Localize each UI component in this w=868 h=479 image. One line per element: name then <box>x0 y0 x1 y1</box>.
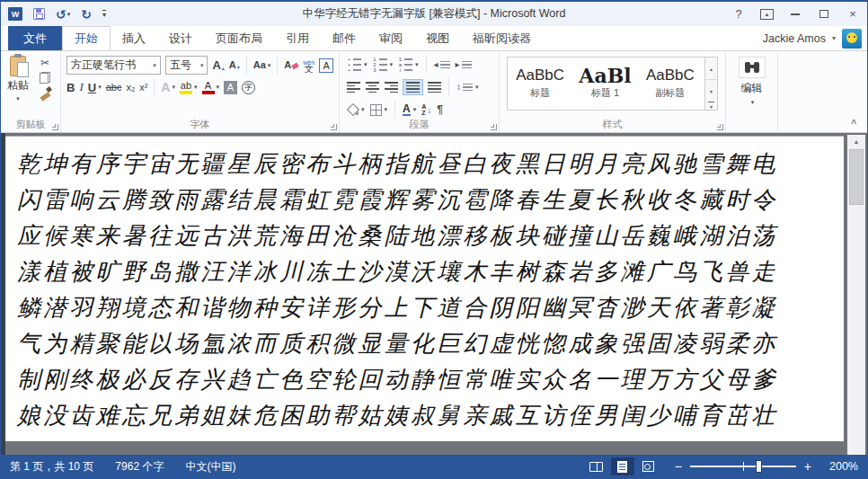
scrollbar-thumb[interactable] <box>849 149 864 205</box>
align-right-button[interactable] <box>385 82 398 93</box>
customize-qat-button[interactable]: ▾ <box>102 10 106 18</box>
strikethrough-button[interactable]: abc <box>106 82 122 93</box>
redo-button[interactable]: ↻ <box>81 8 92 21</box>
tab-page-layout[interactable]: 页面布局 <box>204 26 274 50</box>
subscript-button[interactable]: x₂ <box>126 82 135 93</box>
underline-icon: U <box>88 81 96 94</box>
ribbon-display-options-button[interactable]: ▴ <box>760 9 774 20</box>
word-count-status[interactable]: 7962 个字 <box>115 459 164 475</box>
copy-button[interactable] <box>40 72 50 84</box>
language-status[interactable]: 中文(中国) <box>185 459 235 475</box>
change-case-icon: Aa <box>253 60 266 70</box>
tab-insert[interactable]: 插入 <box>111 26 157 50</box>
read-mode-button[interactable] <box>585 457 608 475</box>
bullets-button[interactable]: • • • ▾ <box>347 58 368 72</box>
sort-button[interactable]: AZ↓ <box>421 103 431 116</box>
italic-button[interactable]: I <box>79 80 83 94</box>
font-size-combobox[interactable]: 五号▾ <box>165 56 208 75</box>
align-center-button[interactable] <box>366 82 379 93</box>
clipboard-group: 粘贴 ▾ ✂ 剪贴板 <box>1 51 60 132</box>
line-spacing-button[interactable]: ↕▾ <box>456 83 479 92</box>
font-dialog-launcher[interactable] <box>331 124 337 130</box>
web-layout-button[interactable] <box>637 457 660 475</box>
font-name-combobox[interactable]: 方正硬笔行书▾ <box>66 56 161 75</box>
justify-button[interactable] <box>403 79 423 95</box>
borders-grid-icon <box>370 104 382 116</box>
underline-button[interactable]: U▾ <box>88 81 102 94</box>
zoom-level[interactable]: 200% <box>826 460 858 473</box>
style-preview: AaBbC <box>646 67 695 84</box>
character-shading-button[interactable]: A <box>224 81 237 94</box>
style-heading1[interactable]: AaBl标题 1 <box>572 58 637 110</box>
change-case-button[interactable]: Aa▾ <box>253 60 271 70</box>
num-mark: 2 <box>373 63 377 67</box>
zoom-out-button[interactable]: − <box>675 460 682 473</box>
styles-dialog-launcher[interactable] <box>717 124 723 130</box>
paragraph-dialog-launcher[interactable] <box>491 124 497 130</box>
page-number-status[interactable]: 第 1 页，共 10 页 <box>10 459 93 475</box>
superscript-button[interactable]: x² <box>139 82 147 93</box>
tab-mailings[interactable]: 邮件 <box>321 26 368 50</box>
multilevel-list-button[interactable]: 1 a i ▾ <box>398 58 419 72</box>
align-left-button[interactable] <box>347 82 360 93</box>
vertical-scrollbar[interactable]: ▲ <box>847 135 865 455</box>
style-subtitle[interactable]: AaBbC副标题 <box>638 58 703 110</box>
undo-button[interactable]: ↺▾ <box>56 8 70 21</box>
style-name: 副标题 <box>655 86 685 100</box>
word-window: W ↺▾ ↻ ▾ 中华字经无错字无漏字版 [兼容模式] - Microsoft … <box>0 0 868 479</box>
text-effects-button[interactable]: A▾ <box>161 80 175 94</box>
minimize-button[interactable] <box>788 7 802 22</box>
font-color-button[interactable]: A▾ <box>202 81 220 94</box>
format-painter-button[interactable] <box>40 87 51 99</box>
phonetic-guide-button[interactable]: wén文 <box>303 59 314 72</box>
cut-button[interactable]: ✂ <box>40 58 49 68</box>
save-button[interactable] <box>33 8 45 20</box>
borders-button[interactable]: ▾ <box>370 104 388 116</box>
text-highlight-button[interactable]: ab▾ <box>180 81 198 94</box>
print-layout-button[interactable] <box>611 457 634 475</box>
tab-file[interactable]: 文件 <box>8 26 62 50</box>
user-avatar[interactable] <box>842 29 862 49</box>
asian-layout-button[interactable]: A▾ <box>403 103 416 116</box>
clipboard-dialog-launcher[interactable] <box>52 124 58 130</box>
tab-foxit-reader[interactable]: 福昕阅读器 <box>461 26 543 50</box>
help-button[interactable]: ? <box>731 7 746 22</box>
tab-home[interactable]: 开始 <box>62 26 111 50</box>
zoom-slider[interactable] <box>690 466 796 467</box>
style-title[interactable]: AaBbC标题 <box>508 58 572 110</box>
find-button[interactable] <box>739 57 766 78</box>
document-page[interactable]: 乾坤有序宇宙无疆星辰密布斗柄指航昼白夜黑日明月亮风驰雪舞电 闪雷响云腾致雨露结晨… <box>5 136 844 441</box>
document-line: 闪雷响云腾致雨露结晨霜虹霓霞辉雾沉雹降春生夏长秋收冬藏时令 <box>5 182 844 217</box>
show-hide-marks-button[interactable]: ¶ <box>437 103 443 116</box>
increase-indent-button[interactable]: ▸ <box>456 60 472 69</box>
tab-view[interactable]: 视图 <box>414 26 461 50</box>
scroll-up-icon[interactable]: ▲ <box>847 135 865 145</box>
editing-group: 编辑 ▾ <box>725 51 777 132</box>
clear-formatting-button[interactable]: A <box>284 60 298 70</box>
grow-font-button[interactable]: A▴ <box>212 59 224 71</box>
styles-more-button[interactable]: ▾ <box>708 102 714 110</box>
shrink-font-button[interactable]: A▾ <box>229 60 240 70</box>
enclose-characters-button[interactable]: 字 <box>242 81 255 94</box>
tab-references[interactable]: 引用 <box>274 26 321 50</box>
bold-button[interactable]: B <box>66 81 75 94</box>
tab-review[interactable]: 审阅 <box>368 26 414 50</box>
paste-dropdown-icon: ▾ <box>16 95 20 102</box>
zoom-slider-thumb[interactable] <box>756 460 762 473</box>
collapse-ribbon-button[interactable]: ^ <box>851 119 856 129</box>
account-area[interactable]: Jackie Amos ▾ <box>763 26 867 50</box>
decrease-indent-button[interactable]: ◂ <box>434 60 450 69</box>
close-button[interactable]: × <box>846 7 860 22</box>
zoom-in-button[interactable]: + <box>804 460 811 473</box>
maximize-button[interactable] <box>817 7 831 22</box>
numbering-icon: 1 2 3 <box>373 58 387 72</box>
distribute-button[interactable] <box>428 82 441 93</box>
font-name-value: 方正硬笔行书 <box>71 58 136 73</box>
styles-scroll-up-button[interactable]: ▴ <box>705 58 717 79</box>
styles-scroll-down-button[interactable]: ▾ <box>705 79 717 102</box>
numbering-button[interactable]: 1 2 3 ▾ <box>373 58 394 72</box>
paste-button[interactable]: 粘贴 ▾ <box>3 54 33 118</box>
character-border-button[interactable]: A <box>319 58 333 73</box>
tab-design[interactable]: 设计 <box>157 26 204 50</box>
shading-button[interactable]: ▾ <box>347 104 365 115</box>
